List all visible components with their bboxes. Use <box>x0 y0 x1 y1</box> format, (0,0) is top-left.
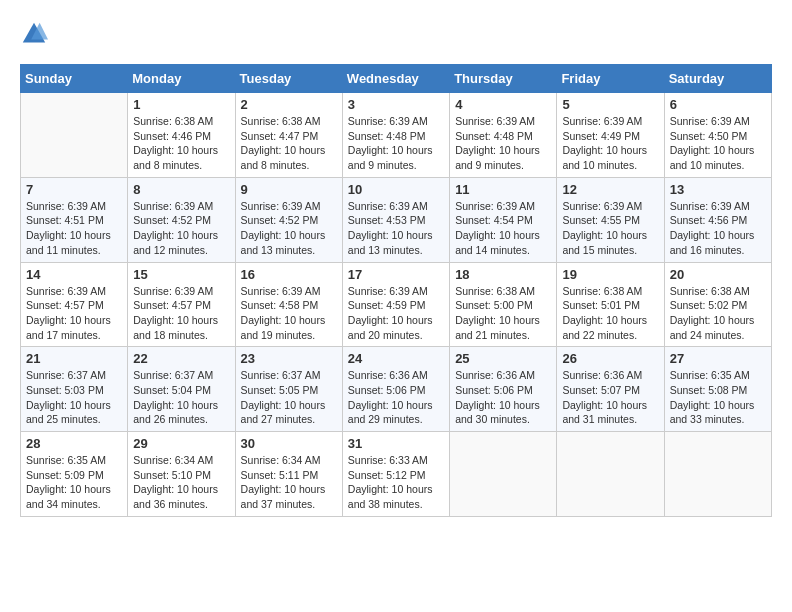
calendar-cell: 20Sunrise: 6:38 AM Sunset: 5:02 PM Dayli… <box>664 262 771 347</box>
day-info: Sunrise: 6:36 AM Sunset: 5:06 PM Dayligh… <box>455 368 551 427</box>
col-header-monday: Monday <box>128 65 235 93</box>
col-header-tuesday: Tuesday <box>235 65 342 93</box>
day-info: Sunrise: 6:39 AM Sunset: 4:56 PM Dayligh… <box>670 199 766 258</box>
day-info: Sunrise: 6:38 AM Sunset: 5:01 PM Dayligh… <box>562 284 658 343</box>
day-number: 9 <box>241 182 337 197</box>
calendar-cell: 18Sunrise: 6:38 AM Sunset: 5:00 PM Dayli… <box>450 262 557 347</box>
day-info: Sunrise: 6:35 AM Sunset: 5:08 PM Dayligh… <box>670 368 766 427</box>
calendar-table: SundayMondayTuesdayWednesdayThursdayFrid… <box>20 64 772 517</box>
day-number: 15 <box>133 267 229 282</box>
day-number: 30 <box>241 436 337 451</box>
day-number: 4 <box>455 97 551 112</box>
day-number: 11 <box>455 182 551 197</box>
day-number: 12 <box>562 182 658 197</box>
day-number: 25 <box>455 351 551 366</box>
day-info: Sunrise: 6:39 AM Sunset: 4:58 PM Dayligh… <box>241 284 337 343</box>
calendar-cell <box>557 432 664 517</box>
calendar-cell: 6Sunrise: 6:39 AM Sunset: 4:50 PM Daylig… <box>664 93 771 178</box>
day-info: Sunrise: 6:39 AM Sunset: 4:49 PM Dayligh… <box>562 114 658 173</box>
calendar-cell: 12Sunrise: 6:39 AM Sunset: 4:55 PM Dayli… <box>557 177 664 262</box>
calendar-cell: 28Sunrise: 6:35 AM Sunset: 5:09 PM Dayli… <box>21 432 128 517</box>
day-number: 10 <box>348 182 444 197</box>
calendar-cell: 13Sunrise: 6:39 AM Sunset: 4:56 PM Dayli… <box>664 177 771 262</box>
col-header-wednesday: Wednesday <box>342 65 449 93</box>
calendar-cell: 29Sunrise: 6:34 AM Sunset: 5:10 PM Dayli… <box>128 432 235 517</box>
day-info: Sunrise: 6:37 AM Sunset: 5:04 PM Dayligh… <box>133 368 229 427</box>
calendar-cell: 9Sunrise: 6:39 AM Sunset: 4:52 PM Daylig… <box>235 177 342 262</box>
calendar-cell: 22Sunrise: 6:37 AM Sunset: 5:04 PM Dayli… <box>128 347 235 432</box>
calendar-week-row: 28Sunrise: 6:35 AM Sunset: 5:09 PM Dayli… <box>21 432 772 517</box>
calendar-cell <box>450 432 557 517</box>
col-header-saturday: Saturday <box>664 65 771 93</box>
col-header-thursday: Thursday <box>450 65 557 93</box>
day-number: 28 <box>26 436 122 451</box>
calendar-week-row: 14Sunrise: 6:39 AM Sunset: 4:57 PM Dayli… <box>21 262 772 347</box>
calendar-cell <box>664 432 771 517</box>
day-info: Sunrise: 6:36 AM Sunset: 5:07 PM Dayligh… <box>562 368 658 427</box>
day-number: 22 <box>133 351 229 366</box>
day-info: Sunrise: 6:38 AM Sunset: 4:47 PM Dayligh… <box>241 114 337 173</box>
calendar-cell: 8Sunrise: 6:39 AM Sunset: 4:52 PM Daylig… <box>128 177 235 262</box>
calendar-cell: 2Sunrise: 6:38 AM Sunset: 4:47 PM Daylig… <box>235 93 342 178</box>
day-number: 7 <box>26 182 122 197</box>
day-number: 26 <box>562 351 658 366</box>
calendar-cell: 5Sunrise: 6:39 AM Sunset: 4:49 PM Daylig… <box>557 93 664 178</box>
day-info: Sunrise: 6:37 AM Sunset: 5:03 PM Dayligh… <box>26 368 122 427</box>
day-number: 20 <box>670 267 766 282</box>
day-number: 14 <box>26 267 122 282</box>
logo <box>20 20 52 48</box>
day-number: 23 <box>241 351 337 366</box>
calendar-cell: 31Sunrise: 6:33 AM Sunset: 5:12 PM Dayli… <box>342 432 449 517</box>
day-info: Sunrise: 6:39 AM Sunset: 4:57 PM Dayligh… <box>26 284 122 343</box>
calendar-cell: 16Sunrise: 6:39 AM Sunset: 4:58 PM Dayli… <box>235 262 342 347</box>
calendar-cell: 17Sunrise: 6:39 AM Sunset: 4:59 PM Dayli… <box>342 262 449 347</box>
day-info: Sunrise: 6:39 AM Sunset: 4:59 PM Dayligh… <box>348 284 444 343</box>
day-info: Sunrise: 6:39 AM Sunset: 4:53 PM Dayligh… <box>348 199 444 258</box>
calendar-cell: 25Sunrise: 6:36 AM Sunset: 5:06 PM Dayli… <box>450 347 557 432</box>
calendar-cell: 15Sunrise: 6:39 AM Sunset: 4:57 PM Dayli… <box>128 262 235 347</box>
day-info: Sunrise: 6:37 AM Sunset: 5:05 PM Dayligh… <box>241 368 337 427</box>
day-number: 8 <box>133 182 229 197</box>
day-info: Sunrise: 6:39 AM Sunset: 4:48 PM Dayligh… <box>348 114 444 173</box>
day-info: Sunrise: 6:38 AM Sunset: 5:00 PM Dayligh… <box>455 284 551 343</box>
calendar-cell: 3Sunrise: 6:39 AM Sunset: 4:48 PM Daylig… <box>342 93 449 178</box>
day-info: Sunrise: 6:38 AM Sunset: 4:46 PM Dayligh… <box>133 114 229 173</box>
calendar-cell: 26Sunrise: 6:36 AM Sunset: 5:07 PM Dayli… <box>557 347 664 432</box>
calendar-cell: 27Sunrise: 6:35 AM Sunset: 5:08 PM Dayli… <box>664 347 771 432</box>
day-number: 6 <box>670 97 766 112</box>
day-info: Sunrise: 6:39 AM Sunset: 4:52 PM Dayligh… <box>133 199 229 258</box>
day-number: 5 <box>562 97 658 112</box>
day-number: 21 <box>26 351 122 366</box>
day-number: 17 <box>348 267 444 282</box>
day-info: Sunrise: 6:39 AM Sunset: 4:52 PM Dayligh… <box>241 199 337 258</box>
day-info: Sunrise: 6:39 AM Sunset: 4:57 PM Dayligh… <box>133 284 229 343</box>
calendar-cell <box>21 93 128 178</box>
day-number: 16 <box>241 267 337 282</box>
day-info: Sunrise: 6:33 AM Sunset: 5:12 PM Dayligh… <box>348 453 444 512</box>
calendar-cell: 14Sunrise: 6:39 AM Sunset: 4:57 PM Dayli… <box>21 262 128 347</box>
calendar-cell: 19Sunrise: 6:38 AM Sunset: 5:01 PM Dayli… <box>557 262 664 347</box>
logo-icon <box>20 20 48 48</box>
day-number: 2 <box>241 97 337 112</box>
calendar-header-row: SundayMondayTuesdayWednesdayThursdayFrid… <box>21 65 772 93</box>
day-number: 24 <box>348 351 444 366</box>
day-info: Sunrise: 6:34 AM Sunset: 5:11 PM Dayligh… <box>241 453 337 512</box>
col-header-friday: Friday <box>557 65 664 93</box>
day-number: 19 <box>562 267 658 282</box>
calendar-cell: 10Sunrise: 6:39 AM Sunset: 4:53 PM Dayli… <box>342 177 449 262</box>
day-info: Sunrise: 6:39 AM Sunset: 4:51 PM Dayligh… <box>26 199 122 258</box>
day-number: 1 <box>133 97 229 112</box>
calendar-cell: 4Sunrise: 6:39 AM Sunset: 4:48 PM Daylig… <box>450 93 557 178</box>
day-info: Sunrise: 6:39 AM Sunset: 4:50 PM Dayligh… <box>670 114 766 173</box>
calendar-week-row: 21Sunrise: 6:37 AM Sunset: 5:03 PM Dayli… <box>21 347 772 432</box>
col-header-sunday: Sunday <box>21 65 128 93</box>
page-header <box>20 20 772 48</box>
day-info: Sunrise: 6:39 AM Sunset: 4:48 PM Dayligh… <box>455 114 551 173</box>
calendar-week-row: 1Sunrise: 6:38 AM Sunset: 4:46 PM Daylig… <box>21 93 772 178</box>
day-info: Sunrise: 6:39 AM Sunset: 4:55 PM Dayligh… <box>562 199 658 258</box>
calendar-cell: 11Sunrise: 6:39 AM Sunset: 4:54 PM Dayli… <box>450 177 557 262</box>
day-info: Sunrise: 6:39 AM Sunset: 4:54 PM Dayligh… <box>455 199 551 258</box>
day-number: 13 <box>670 182 766 197</box>
calendar-cell: 30Sunrise: 6:34 AM Sunset: 5:11 PM Dayli… <box>235 432 342 517</box>
day-number: 31 <box>348 436 444 451</box>
